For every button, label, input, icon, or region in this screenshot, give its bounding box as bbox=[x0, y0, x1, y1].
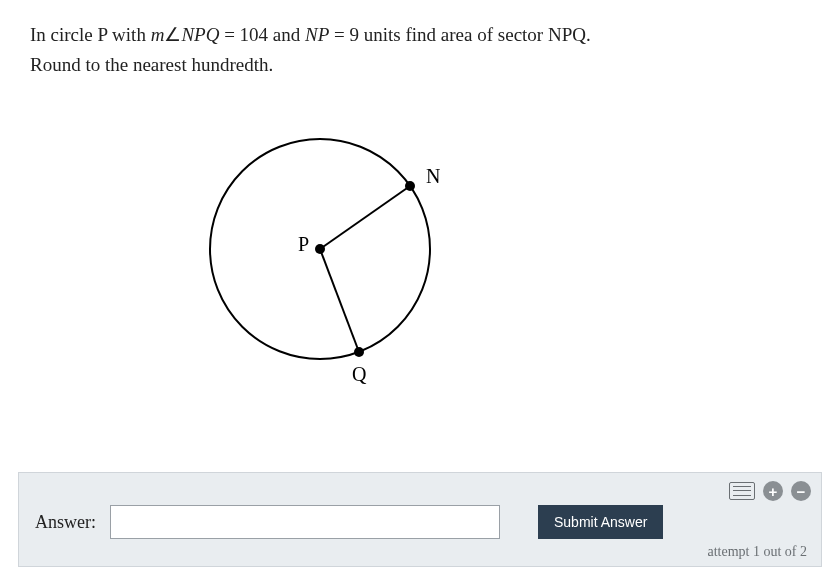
radius-PQ bbox=[320, 249, 359, 352]
q-m: m bbox=[151, 24, 165, 45]
point-Q bbox=[354, 347, 364, 357]
attempt-counter: attempt 1 out of 2 bbox=[707, 544, 807, 560]
zoom-in-button[interactable]: + bbox=[763, 481, 783, 501]
answer-panel: + − Answer: Submit Answer attempt 1 out … bbox=[18, 472, 822, 567]
answer-tools: + − bbox=[729, 481, 811, 501]
question-area: In circle P with m∠NPQ = 104 and NP = 9 … bbox=[0, 0, 840, 403]
radius-PN bbox=[320, 186, 410, 249]
label-P: P bbox=[298, 233, 309, 255]
submit-answer-button[interactable]: Submit Answer bbox=[538, 505, 663, 539]
q-angle-name: NPQ bbox=[181, 24, 219, 45]
q-np: NP bbox=[305, 24, 329, 45]
answer-row: Answer: Submit Answer bbox=[35, 505, 805, 539]
q-angle-sym: ∠ bbox=[164, 24, 181, 45]
answer-label: Answer: bbox=[35, 512, 96, 533]
q-prefix: In circle P with bbox=[30, 24, 151, 45]
label-N: N bbox=[426, 165, 440, 187]
label-Q: Q bbox=[352, 363, 367, 385]
answer-input[interactable] bbox=[110, 505, 500, 539]
keyboard-icon[interactable] bbox=[729, 482, 755, 500]
q-eq1: = 104 bbox=[219, 24, 268, 45]
question-text: In circle P with m∠NPQ = 104 and NP = 9 … bbox=[30, 20, 810, 81]
q-and: and bbox=[268, 24, 305, 45]
diagram-container: P N Q bbox=[30, 81, 810, 403]
point-N bbox=[405, 181, 415, 191]
circle-diagram: P N Q bbox=[170, 99, 490, 399]
q-rest: units find area of sector NPQ. bbox=[359, 24, 591, 45]
zoom-out-button[interactable]: − bbox=[791, 481, 811, 501]
q-eq2: = 9 bbox=[329, 24, 359, 45]
q-line2: Round to the nearest hundredth. bbox=[30, 54, 273, 75]
